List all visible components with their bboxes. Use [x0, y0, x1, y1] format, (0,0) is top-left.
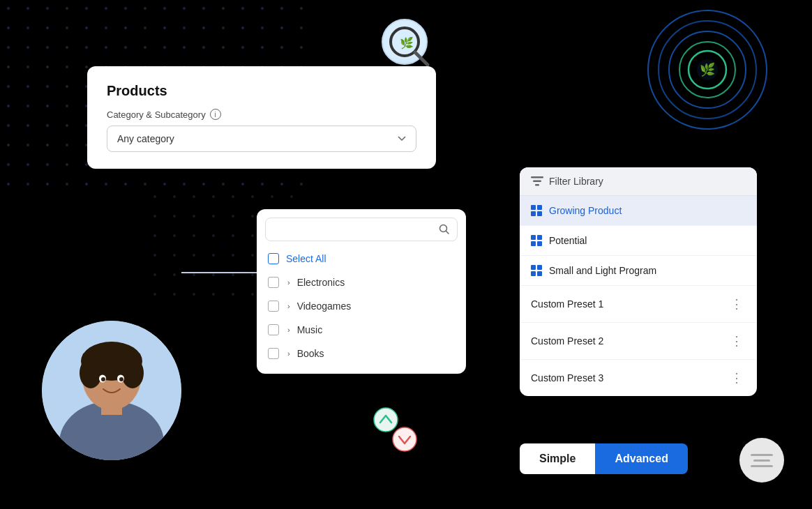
- svg-rect-25: [537, 211, 542, 216]
- filter-item-custom-2[interactable]: Custom Preset 2 ⋮: [520, 323, 757, 360]
- label-music: Music: [297, 324, 323, 335]
- filter-item-custom-3[interactable]: Custom Preset 3 ⋮: [520, 360, 757, 396]
- dropdown-item-books[interactable]: › Books: [257, 342, 466, 365]
- label-electronics: Electronics: [297, 277, 345, 288]
- svg-rect-32: [531, 271, 536, 276]
- chevron-videogames: ›: [287, 302, 290, 310]
- category-label: Category & Subcategory i: [107, 109, 416, 120]
- grid-icon-small-light: [531, 265, 542, 276]
- svg-line-16: [446, 231, 449, 234]
- dropdown-item-music[interactable]: › Music: [257, 318, 466, 342]
- filter-label-custom-2: Custom Preset 2: [531, 335, 721, 347]
- svg-rect-21: [535, 184, 539, 186]
- simple-button[interactable]: Simple: [520, 443, 595, 474]
- dropdown-item-videogames[interactable]: › Videogames: [257, 294, 466, 318]
- lines-icon[interactable]: [739, 438, 784, 483]
- chevron-electronics: ›: [287, 278, 290, 287]
- filter-item-potential[interactable]: Potential: [520, 226, 757, 256]
- arrow-down-icon: [392, 427, 417, 452]
- category-select[interactable]: Any category Electronics Videogames Musi…: [107, 126, 416, 152]
- svg-point-39: [80, 358, 102, 388]
- filter-item-small-light[interactable]: Small and Light Program: [520, 256, 757, 286]
- checkbox-music[interactable]: [268, 324, 279, 335]
- select-all-item[interactable]: Select All: [257, 247, 466, 271]
- filter-label-custom-1: Custom Preset 1: [531, 298, 721, 310]
- select-all-checkbox[interactable]: [268, 253, 279, 264]
- filter-item-growing-product[interactable]: Growing Product: [520, 196, 757, 226]
- svg-point-40: [121, 358, 144, 388]
- svg-point-44: [119, 377, 123, 381]
- svg-rect-24: [531, 211, 536, 216]
- svg-rect-31: [537, 265, 542, 270]
- grid-icon-potential: [531, 235, 542, 246]
- chevron-books: ›: [287, 349, 290, 358]
- advanced-button[interactable]: Advanced: [595, 443, 687, 474]
- line-2: [753, 459, 770, 462]
- info-icon[interactable]: i: [210, 109, 221, 120]
- label-books: Books: [297, 348, 324, 359]
- svg-rect-30: [531, 265, 536, 270]
- dots-menu-custom-3[interactable]: ⋮: [728, 369, 746, 387]
- grid-icon-growing: [531, 205, 542, 216]
- chevron-music: ›: [287, 326, 290, 334]
- svg-rect-22: [531, 205, 536, 210]
- checkbox-videogames[interactable]: [268, 301, 279, 312]
- dropdown-item-electronics[interactable]: › Electronics: [257, 271, 466, 294]
- svg-rect-23: [537, 205, 542, 210]
- filter-library-card: Filter Library Growing Product Potential…: [520, 167, 757, 396]
- products-title: Products: [107, 83, 416, 99]
- svg-rect-33: [537, 271, 542, 276]
- line-1: [751, 454, 773, 456]
- svg-rect-28: [531, 241, 536, 246]
- filter-item-custom-1[interactable]: Custom Preset 1 ⋮: [520, 286, 757, 323]
- filter-icon: [531, 176, 543, 187]
- person-photo: [42, 321, 181, 460]
- svg-rect-20: [533, 181, 541, 183]
- svg-rect-27: [537, 235, 542, 240]
- search-input[interactable]: [273, 224, 433, 235]
- select-all-label: Select All: [286, 253, 326, 264]
- svg-text:🌿: 🌿: [700, 62, 716, 77]
- filter-header-text: Filter Library: [549, 176, 603, 187]
- search-icon: [439, 224, 450, 235]
- label-videogames: Videogames: [297, 301, 352, 312]
- search-box: [265, 218, 458, 241]
- filter-label-custom-3: Custom Preset 3: [531, 372, 721, 383]
- line-3: [751, 465, 773, 467]
- svg-point-18: [393, 427, 416, 451]
- concentric-circles: 🌿: [645, 7, 770, 132]
- products-card: Products Category & Subcategory i Any ca…: [87, 66, 436, 169]
- filter-label-growing: Growing Product: [549, 205, 746, 216]
- checkbox-books[interactable]: [268, 348, 279, 359]
- filter-label-small-light: Small and Light Program: [549, 265, 746, 276]
- svg-rect-19: [531, 176, 543, 178]
- svg-rect-29: [537, 241, 542, 246]
- svg-text:🌿: 🌿: [400, 36, 414, 50]
- dropdown-card: Select All › Electronics › Videogames › …: [257, 209, 466, 374]
- svg-rect-26: [531, 235, 536, 240]
- checkbox-electronics[interactable]: [268, 277, 279, 288]
- toggle-buttons: Simple Advanced: [520, 443, 688, 474]
- filter-library-header: Filter Library: [520, 167, 757, 196]
- svg-point-43: [101, 377, 105, 381]
- dots-menu-custom-1[interactable]: ⋮: [728, 295, 746, 313]
- dots-menu-custom-2[interactable]: ⋮: [728, 332, 746, 350]
- filter-label-potential: Potential: [549, 235, 746, 246]
